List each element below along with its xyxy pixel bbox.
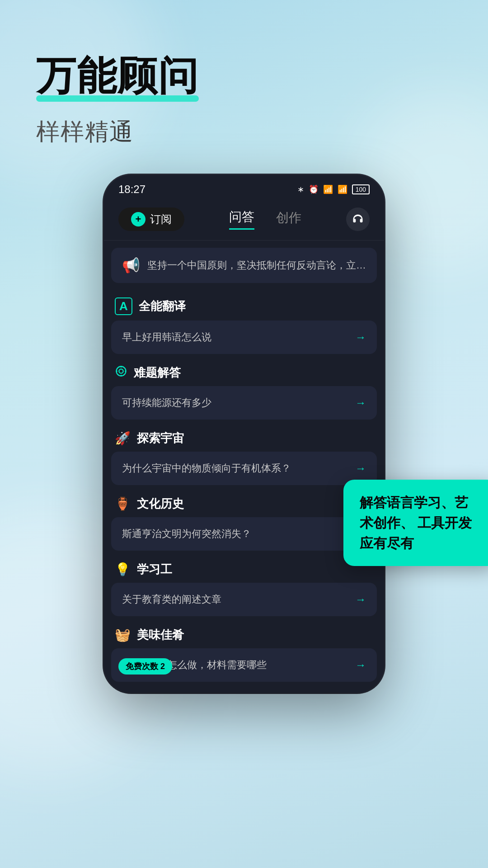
problem-question-text: 可持续能源还有多少	[122, 396, 355, 410]
translate-title: 全能翻译	[139, 298, 186, 314]
nav-bar: + 订阅 问答 创作	[104, 200, 384, 241]
culture-title: 文化历史	[137, 496, 184, 512]
category-food: 🧺 美味佳肴 免费次数 2 怎么做，材料需要哪些 →	[111, 623, 377, 682]
learning-icon: 💡	[115, 562, 131, 577]
status-icons: ∗ ⏰ 📶 📶 100	[297, 184, 370, 194]
phone-container: 18:27 ∗ ⏰ 📶 📶 100 + 订阅 问答 创作	[0, 175, 488, 693]
announce-text: 坚持一个中国原则，坚决抵制任何反动言论，立志...	[147, 259, 366, 272]
status-bar: 18:27 ∗ ⏰ 📶 📶 100	[104, 175, 384, 200]
universe-icon: 🚀	[115, 431, 131, 446]
battery-icon: 100	[352, 184, 370, 194]
tab-create[interactable]: 创作	[276, 209, 301, 229]
title-underline	[36, 95, 199, 102]
learning-arrow-icon: →	[355, 593, 366, 606]
universe-question-text: 为什么宇宙中的物质倾向于有机体系？	[122, 462, 355, 475]
bluetooth-icon: ∗	[297, 184, 304, 194]
signal-icon: 📶	[323, 184, 333, 194]
announce-icon: 📢	[122, 257, 140, 274]
announcement-bar[interactable]: 📢 坚持一个中国原则，坚决抵制任何反动言论，立志...	[111, 248, 377, 283]
subscribe-button[interactable]: + 订阅	[118, 208, 184, 231]
category-header-learning: 💡 学习工	[111, 558, 377, 583]
problem-title: 难题解答	[134, 365, 181, 381]
translate-arrow-icon: →	[355, 331, 366, 344]
culture-icon: 🏺	[115, 496, 131, 511]
universe-question[interactable]: 为什么宇宙中的物质倾向于有机体系？ →	[111, 452, 377, 485]
phone-mockup: 18:27 ∗ ⏰ 📶 📶 100 + 订阅 问答 创作	[104, 175, 384, 693]
tooltip-bubble: 解答语言学习、艺术创作、 工具开发应有尽有	[343, 480, 488, 566]
alarm-icon: ⏰	[309, 184, 319, 194]
problem-arrow-icon: →	[355, 396, 366, 409]
category-header-translate: A 全能翻译	[111, 294, 377, 321]
problem-question[interactable]: 可持续能源还有多少 →	[111, 386, 377, 420]
headphone-button[interactable]	[346, 208, 370, 231]
category-header-food: 🧺 美味佳肴	[111, 623, 377, 648]
main-title: 万能顾问	[36, 54, 199, 98]
subscribe-label: 订阅	[150, 212, 172, 226]
learning-question-text: 关于教育类的阐述文章	[122, 593, 355, 606]
status-time: 18:27	[118, 183, 145, 196]
problem-icon	[115, 365, 127, 381]
food-title: 美味佳肴	[137, 627, 184, 643]
category-translate: A 全能翻译 早上好用韩语怎么说 →	[111, 294, 377, 354]
headphone-icon	[352, 213, 364, 226]
category-culture: 🏺 文化历史 斯通亨治文明为何突然消失？ →	[111, 492, 377, 551]
free-badge: 免费次数 2	[118, 658, 172, 675]
svg-point-1	[119, 369, 123, 373]
category-learning: 💡 学习工 关于教育类的阐述文章 →	[111, 558, 377, 616]
food-icon: 🧺	[115, 627, 131, 642]
wifi-icon: 📶	[338, 184, 347, 194]
food-question[interactable]: 免费次数 2 怎么做，材料需要哪些 →	[111, 648, 377, 682]
universe-title: 探索宇宙	[137, 430, 184, 446]
universe-arrow-icon: →	[355, 462, 366, 475]
category-header-universe: 🚀 探索宇宙	[111, 427, 377, 452]
culture-question[interactable]: 斯通亨治文明为何突然消失？ →	[111, 517, 377, 551]
category-header-problem: 难题解答	[111, 361, 377, 386]
translate-question-text: 早上好用韩语怎么说	[122, 330, 355, 344]
food-arrow-icon: →	[355, 659, 366, 671]
category-problem: 难题解答 可持续能源还有多少 →	[111, 361, 377, 420]
translate-question[interactable]: 早上好用韩语怎么说 →	[111, 321, 377, 354]
nav-tabs: 问答 创作	[229, 208, 301, 230]
category-header-culture: 🏺 文化历史	[111, 492, 377, 517]
translate-icon: A	[115, 297, 132, 315]
svg-point-0	[117, 366, 126, 376]
content-area: A 全能翻译 早上好用韩语怎么说 →	[104, 290, 384, 693]
culture-question-text: 斯通亨治文明为何突然消失？	[122, 527, 355, 541]
tooltip-text: 解答语言学习、艺术创作、 工具开发应有尽有	[360, 495, 472, 551]
subscribe-plus-icon: +	[131, 212, 145, 226]
category-universe: 🚀 探索宇宙 为什么宇宙中的物质倾向于有机体系？ →	[111, 427, 377, 485]
learning-title: 学习工	[137, 561, 172, 577]
tab-qa[interactable]: 问答	[229, 208, 254, 230]
learning-question[interactable]: 关于教育类的阐述文章 →	[111, 583, 377, 616]
